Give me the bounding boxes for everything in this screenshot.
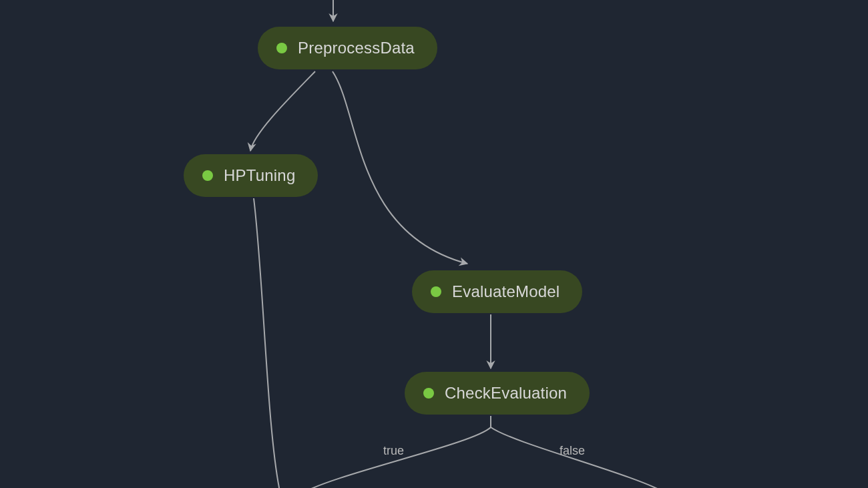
- node-label: HPTuning: [224, 166, 295, 185]
- edge-label-false: false: [560, 444, 585, 458]
- node-label: CheckEvaluation: [445, 384, 567, 403]
- node-evaluate-model[interactable]: EvaluateModel: [412, 270, 582, 313]
- node-label: EvaluateModel: [452, 282, 560, 301]
- node-preprocess-data[interactable]: PreprocessData: [258, 27, 437, 69]
- edge-label-true: true: [383, 444, 404, 458]
- edge-preprocess-hptuning: [250, 71, 315, 151]
- status-dot-icon: [431, 286, 441, 297]
- node-check-evaluation[interactable]: CheckEvaluation: [405, 372, 590, 415]
- status-dot-icon: [276, 43, 287, 53]
- node-hp-tuning[interactable]: HPTuning: [184, 154, 318, 197]
- status-dot-icon: [423, 388, 434, 399]
- pipeline-edges: [0, 0, 868, 488]
- edge-preprocess-evaluate: [333, 71, 467, 264]
- edge-hptuning-down: [254, 198, 280, 488]
- status-dot-icon: [202, 170, 213, 181]
- node-label: PreprocessData: [298, 39, 415, 57]
